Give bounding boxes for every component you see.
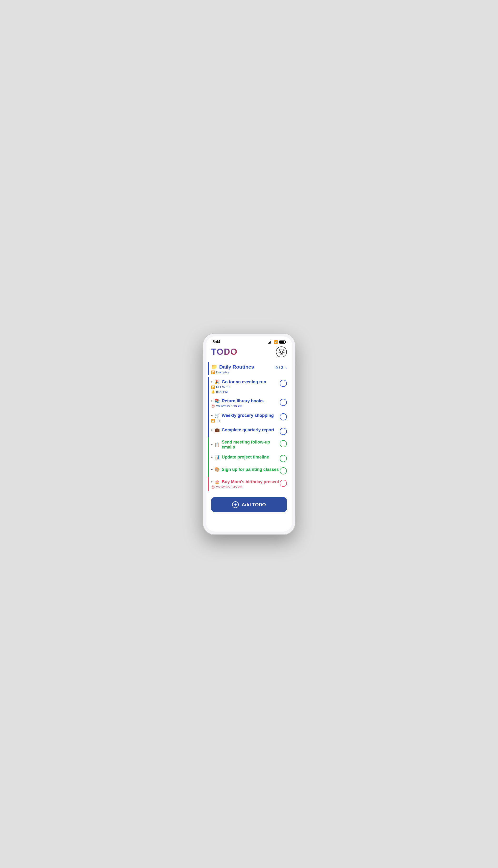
todo-emoji: 📚 [214,398,220,403]
section-title-block: 📁 Daily Routines 🔁 Everyday [211,364,254,374]
todo-checkbox[interactable] [280,455,287,462]
bullet: • [211,399,213,403]
todo-alarm: ⏰ 2/22/2025 5:45 PM [211,485,279,489]
add-icon: + [232,501,239,508]
todo-checkbox[interactable] [280,399,287,406]
bullet: • [211,413,213,418]
chevron-right-icon[interactable]: › [285,365,287,371]
todo-emoji: 🎨 [214,467,220,472]
alarm-clock-icon: ⏰ [211,404,215,408]
repeat-icon: 🔁 [211,371,215,374]
todo-title: • 💼 Complete quarterly report [211,427,274,432]
status-time: 5:44 [213,340,220,344]
status-icons: 📶 [268,340,285,344]
wifi-icon: 📶 [274,340,278,344]
bullet: • [211,428,213,432]
todo-item: • 📚 Return library books ⏰ 2/22/2025 5:3… [208,396,287,411]
todo-item: • 🎨 Sign up for painting classes [208,465,287,477]
todo-title: • 🎉 Go for an evening run [211,379,266,385]
app-title: TODO [211,347,238,357]
bullet: • [211,442,213,447]
add-todo-button[interactable]: + Add TODO [211,497,287,512]
todo-checkbox[interactable] [280,467,287,475]
todo-checkbox[interactable] [280,413,287,420]
add-button-label: Add TODO [241,502,266,508]
todo-title: • 📋 Send meeting follow-up emails [211,440,280,450]
todo-item: • 💼 Complete quarterly report [208,425,287,437]
todo-item: • 📋 Send meeting follow-up emails [208,437,287,452]
todo-emoji: 🎂 [214,479,220,484]
todo-item: • 🎂 Buy Mom's birthday present ⏰ 2/22/20… [208,477,287,491]
todo-checkbox[interactable] [280,440,287,447]
avatar-emoji: 🐼 [278,349,285,355]
todo-checkbox[interactable] [280,428,287,435]
todo-title: • 🎨 Sign up for painting classes [211,467,279,472]
section-title: 📁 Daily Routines [211,364,254,370]
app-header: TODO 🐼 [211,346,287,357]
repeat-small-icon: 🔁 [211,419,215,423]
todo-checkbox[interactable] [280,380,287,387]
folder-icon: 📁 [211,364,217,370]
todo-title: • 🎂 Buy Mom's birthday present [211,479,279,484]
bullet: • [211,455,213,460]
todo-list: • 🎉 Go for an evening run 🔁 M T W T F 🔔 … [211,377,287,491]
phone-screen: 5:44 📶 TODO 🐼 [206,336,292,532]
todo-alarm: 🔔 8:00 PM [211,390,266,393]
todo-emoji: 📋 [214,442,220,447]
battery-icon [279,340,285,344]
todo-emoji: 📊 [214,454,220,460]
section-meta: 0 / 3 › [275,364,287,371]
bullet: • [211,467,213,472]
todo-item: • 🎉 Go for an evening run 🔁 M T W T F 🔔 … [208,377,287,396]
todo-item: • 🛒 Weekly grocery shopping 🔁 T T [208,411,287,425]
alarm-clock-icon: ⏰ [211,485,215,489]
todo-title: • 🛒 Weekly grocery shopping [211,413,274,418]
todo-alarm: ⏰ 2/22/2025 5:30 PM [211,404,263,408]
section-subtitle: 🔁 Everyday [211,371,254,374]
signal-icon [268,340,272,344]
todo-emoji: 💼 [214,427,220,432]
section-progress: 0 / 3 [275,365,283,370]
todo-item: • 📊 Update project timeline [208,452,287,465]
app-content: TODO 🐼 📁 Daily Routines 🔁 Everyday [206,346,292,519]
todo-sub: 🔁 M T W T F [211,386,266,389]
todo-title: • 📊 Update project timeline [211,454,269,460]
status-bar: 5:44 📶 [206,336,292,346]
repeat-small-icon: 🔁 [211,386,215,389]
todo-emoji: 🛒 [214,413,220,418]
todo-emoji: 🎉 [214,379,220,385]
alarm-icon: 🔔 [211,390,215,393]
todo-checkbox[interactable] [280,480,287,487]
bullet: • [211,479,213,484]
todo-sub: 🔁 T T [211,419,274,423]
todo-title: • 📚 Return library books [211,398,263,403]
bullet: • [211,379,213,385]
section-header: 📁 Daily Routines 🔁 Everyday 0 / 3 › [208,362,287,375]
avatar-button[interactable]: 🐼 [276,346,287,357]
phone-frame: 5:44 📶 TODO 🐼 [202,333,296,535]
